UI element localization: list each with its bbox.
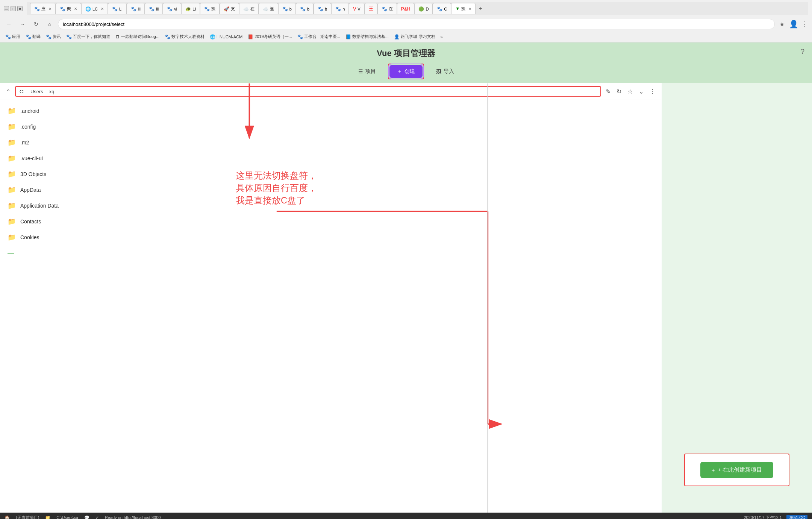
- folder-android[interactable]: 📁 .android: [0, 103, 662, 119]
- folder-name: .vue-cli-ui: [20, 155, 43, 161]
- tab-12[interactable]: ☁️遥: [259, 3, 278, 14]
- folder-name: AppData: [20, 187, 41, 193]
- tab-7[interactable]: 🐾vi: [163, 3, 181, 14]
- folder-config[interactable]: 📁 .config: [0, 119, 662, 135]
- tab-16[interactable]: 🐾h: [331, 3, 349, 14]
- more-options-icon[interactable]: ⋮: [801, 20, 808, 28]
- nav-import[interactable]: 🖼 导入: [432, 66, 459, 77]
- bookmark-work[interactable]: 🐾工作台 - 湖南中医...: [295, 33, 342, 40]
- path-c[interactable]: C:: [20, 89, 24, 94]
- path-xq[interactable]: xq: [49, 89, 55, 94]
- folder-application-data[interactable]: 📁 Application Data: [0, 198, 662, 214]
- bookmark-lufei[interactable]: 👤路飞学城-学习文档: [392, 33, 438, 40]
- tab-11[interactable]: ☁️在: [239, 3, 259, 14]
- create-project-box: + + 在此创建新项目: [684, 454, 789, 486]
- create-project-button[interactable]: + + 在此创建新项目: [700, 462, 774, 478]
- url-input[interactable]: [58, 19, 775, 29]
- folder-icon: 📁: [8, 138, 16, 147]
- tab-17[interactable]: VV: [349, 3, 364, 14]
- folder-m2[interactable]: 📁 .m2: [0, 135, 662, 150]
- folder-vue-cli-ui[interactable]: 📁 .vue-cli-ui: [0, 150, 662, 166]
- bookmark-english[interactable]: 📕2019考研英语（一...: [245, 33, 294, 40]
- bookmark-more[interactable]: »: [438, 34, 445, 40]
- tab-9[interactable]: 🐾扶: [200, 3, 220, 14]
- new-tab-button[interactable]: +: [476, 4, 485, 14]
- home-button[interactable]: ⌂: [44, 19, 55, 29]
- more-icon[interactable]: ⋮: [648, 86, 657, 97]
- tab-10[interactable]: 🚀支: [220, 3, 239, 14]
- path-breadcrumb[interactable]: C: Users xq: [15, 86, 601, 97]
- tab-13[interactable]: 🐾b: [278, 3, 296, 14]
- folder-name: .config: [20, 124, 36, 130]
- maximize-btn[interactable]: □: [11, 6, 16, 11]
- create-button-box: ＋ 创建: [388, 64, 424, 79]
- tab-15[interactable]: 🐾b: [314, 3, 331, 14]
- check-status-icon: ✓: [95, 515, 99, 519]
- tab-6[interactable]: 🐾lii: [145, 3, 163, 14]
- chevron-down-icon[interactable]: ⌄: [637, 86, 645, 97]
- bookmark-news[interactable]: 🐾资讯: [44, 33, 63, 40]
- tab-5[interactable]: 🐾lii: [127, 3, 145, 14]
- tab-1[interactable]: 🐾应✕: [30, 3, 56, 14]
- folder-appdata[interactable]: 📁 AppData: [0, 182, 662, 198]
- help-icon[interactable]: ?: [801, 48, 804, 56]
- close-btn[interactable]: ✕: [17, 6, 23, 11]
- bookmark-hnucm[interactable]: 🌐HNUCM-ACM: [208, 33, 245, 40]
- tab-3[interactable]: 🌐LC✕: [81, 3, 108, 14]
- toolbar-right: ✎ ↻ ☆ ⌄ ⋮: [604, 86, 657, 97]
- jb51-badge[interactable]: JB51.CC: [786, 515, 807, 519]
- folder-name: Contacts: [20, 219, 41, 225]
- tab-23-active[interactable]: ▼扶✕: [451, 3, 476, 14]
- plus-icon: +: [712, 467, 715, 473]
- folder-name: .android: [20, 108, 39, 114]
- profile-icon[interactable]: 👤: [789, 20, 798, 29]
- edit-icon[interactable]: ✎: [604, 86, 612, 97]
- path-users[interactable]: Users: [30, 89, 43, 94]
- tab-19[interactable]: 🐾在: [377, 3, 397, 14]
- home-status-icon: 🏠: [5, 515, 10, 519]
- status-left: 🏠 (无当前项目) 📁 C:\Users\xq 💬 ✓ Ready on htt…: [5, 515, 161, 519]
- forward-button[interactable]: →: [17, 19, 28, 29]
- main-content: ⌃ C: Users xq ✎ ↻ ☆ ⌄ ⋮: [0, 83, 812, 513]
- app-title: Vue 项目管理器: [377, 48, 435, 59]
- star-icon[interactable]: ☆: [626, 86, 634, 97]
- tab-18[interactable]: 王: [365, 3, 377, 14]
- tab-20[interactable]: P&H: [397, 3, 415, 14]
- bookmark-baidu[interactable]: 🐾百度一下，你就知道: [64, 33, 112, 40]
- refresh-button[interactable]: ↻: [31, 19, 41, 29]
- tab-4[interactable]: 🐾Li: [108, 3, 127, 14]
- folder-name: Application Data: [20, 203, 59, 209]
- bookmark-apps[interactable]: 🐾应用: [3, 33, 23, 40]
- nav-projects[interactable]: ☰ 项目: [354, 66, 380, 77]
- tab-14[interactable]: 🐾b: [296, 3, 314, 14]
- create-button[interactable]: ＋ 创建: [389, 65, 423, 78]
- bookmark-translate[interactable]: 🐾翻译: [23, 33, 43, 40]
- minimize-btn[interactable]: —: [4, 6, 9, 11]
- address-bar: ← → ↻ ⌂ ★ 👤 ⋮: [0, 17, 812, 31]
- folder-contacts[interactable]: 📁 Contacts: [0, 214, 662, 229]
- bookmark-algo[interactable]: 📘数据结构与算法基...: [343, 33, 391, 40]
- list-icon: ☰: [358, 68, 363, 74]
- folder-icon: 📁: [8, 186, 16, 194]
- bookmark-digital[interactable]: 🐾数字技术大赛资料: [162, 33, 207, 40]
- tab-21[interactable]: 🟢D: [414, 3, 433, 14]
- folder-more[interactable]: —: [0, 245, 662, 261]
- collapse-icon[interactable]: ⌃: [5, 87, 12, 96]
- folder-3d-objects[interactable]: 📁 3D Objects: [0, 166, 662, 182]
- folder-name: .m2: [20, 140, 29, 146]
- path-label: C:\Users\xq: [56, 515, 78, 519]
- folder-icon: 📁: [8, 233, 16, 241]
- tab-8[interactable]: 🐢Li: [181, 3, 200, 14]
- bookmark-vpn[interactable]: 🗒一款翻墙访问Goog...: [113, 33, 162, 40]
- folder-name: Cookies: [20, 234, 39, 240]
- no-project-label: (无当前项目): [16, 515, 39, 519]
- folder-cookies[interactable]: 📁 Cookies: [0, 229, 662, 245]
- refresh-icon[interactable]: ↻: [615, 86, 623, 97]
- window-controls[interactable]: — □ ✕: [4, 6, 23, 11]
- back-button[interactable]: ←: [4, 19, 14, 29]
- tab-22[interactable]: 🐾C: [433, 3, 451, 14]
- tab-2[interactable]: 🐾聚✕: [56, 3, 81, 14]
- file-panel: ⌃ C: Users xq ✎ ↻ ☆ ⌄ ⋮: [0, 83, 662, 513]
- bookmark-icon[interactable]: ★: [778, 19, 786, 29]
- app-nav: ☰ 项目 ＋ 创建 🖼 导入: [8, 64, 804, 83]
